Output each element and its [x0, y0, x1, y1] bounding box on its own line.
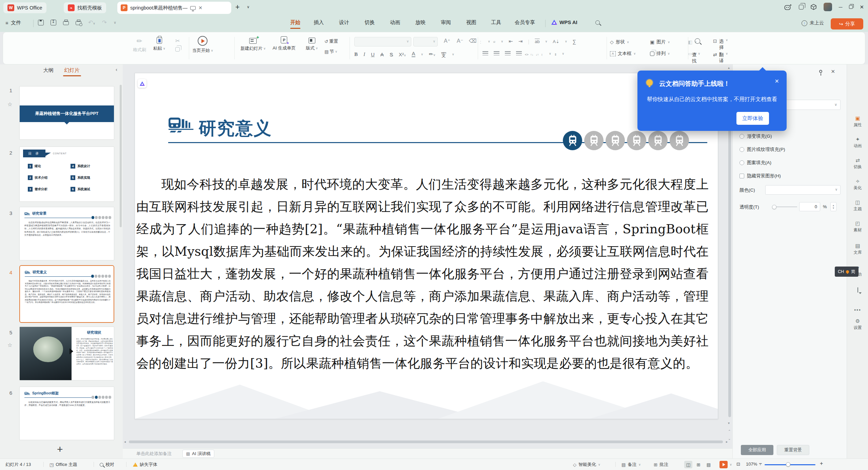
radio-icon[interactable] — [739, 147, 744, 152]
smart-beautify-button[interactable]: ◇ 智能美化∨ — [573, 462, 600, 468]
underline-button[interactable]: U — [371, 52, 375, 57]
strikethrough-button[interactable]: A — [380, 52, 384, 57]
font-color-button[interactable]: A — [412, 51, 415, 57]
popup-cta-button[interactable]: 立即体验 — [736, 112, 769, 125]
align-justify-button[interactable] — [516, 51, 522, 56]
proofing-button[interactable]: 校对 — [100, 462, 114, 468]
slide-thumbnail-1[interactable]: 果蔬种植销售一体化服务平台PPT — [19, 86, 114, 140]
gradient-fill-option[interactable]: 渐变填充(G) — [739, 133, 772, 139]
picture-button[interactable]: ▣ 图片∨ — [650, 39, 688, 45]
theme-indicator[interactable]: ◳ Office 主题 — [50, 462, 77, 468]
undo-icon[interactable]: ↶∨ — [88, 19, 95, 26]
reading-view-button[interactable]: ▤ — [705, 461, 713, 468]
comments-button[interactable]: ⊞ 批注 — [654, 462, 668, 468]
pinyin-guide-button[interactable]: wén文 — [441, 52, 446, 57]
slide-thumbnail-6[interactable]: SpringBoot框架 以框架特有自己编码的配置方式，网站开发人员不需要再进行… — [19, 387, 114, 440]
zoom-in-button[interactable]: + — [820, 461, 823, 467]
slide-body-text[interactable]: 现如今科技的卓越发展，时代环境的大变革。人们生活变得越来越多元化，这种多元化很大… — [136, 173, 709, 375]
superscript-button[interactable]: X²∨ — [399, 52, 406, 57]
notes-placeholder[interactable]: 单击此处添加备注 — [136, 451, 172, 457]
previous-slide-icon[interactable]: ⌃ — [728, 429, 731, 433]
quick-access-chevron-icon[interactable]: ∨ — [114, 20, 116, 25]
slide-thumbnail-3[interactable]: 研究背景 信息技术的集成化和信息网络化的不断发展，人类开始步入信息化时代，信息技… — [19, 207, 114, 260]
ribbon-tab-member[interactable]: 会员专享 — [515, 19, 535, 26]
strip-tab-material[interactable]: ◰ 素材 — [847, 220, 868, 233]
scroll-down-icon[interactable]: ▾ — [728, 421, 730, 425]
transparency-input[interactable]: 0 — [799, 202, 820, 211]
save-icon[interactable] — [38, 20, 44, 25]
slide-thumbnail-4-selected[interactable]: 研究意义 现如今科技的卓越发展，时代环境的大变革。人们生活变得越来越多元化，这种… — [19, 265, 114, 323]
wps-home-button[interactable]: W WPS Office — [3, 2, 46, 13]
apply-all-button[interactable]: 全部应用 — [741, 445, 773, 455]
redo-icon[interactable]: ↷ — [102, 19, 107, 26]
print-preview-icon[interactable] — [76, 21, 81, 25]
bold-button[interactable]: B — [354, 52, 358, 57]
share-button[interactable]: ↪ 分享 — [831, 18, 863, 30]
strip-tab-animation[interactable]: ✦ 动画 — [847, 136, 868, 149]
slideshow-play-button[interactable] — [719, 461, 728, 468]
scroll-up-icon[interactable]: ▴ — [728, 66, 730, 70]
text-direction-button[interactable]: A⇣ — [553, 39, 559, 44]
layout-button[interactable]: 版式∨ — [306, 37, 318, 51]
minimize-button[interactable]: ─ — [839, 4, 843, 10]
search-icon[interactable] — [595, 20, 600, 25]
textbox-button[interactable]: A 文本框∨ — [610, 51, 650, 57]
tab-outline[interactable]: 大纲 — [43, 67, 53, 73]
italic-button[interactable]: I — [363, 52, 365, 57]
strip-tab-settings[interactable]: ⚙ 设置 — [847, 318, 868, 331]
paste-button[interactable]: 粘贴∨ — [153, 36, 165, 52]
tab-slides[interactable]: 幻灯片 — [64, 67, 80, 73]
normal-view-button[interactable]: ◫ — [684, 461, 692, 468]
find-button[interactable]: 查找∨ — [692, 52, 700, 64]
file-menu-button[interactable]: ≡ 文件 — [5, 20, 21, 26]
ribbon-tab-view[interactable]: 视图 — [466, 19, 476, 26]
collapse-panel-icon[interactable]: ‹ — [116, 66, 117, 72]
slide-canvas[interactable]: 研究意义 现如今科技的卓越发展，时代环境的大变革。人们生活变得越来越多元化，这种… — [135, 73, 718, 419]
select-button[interactable]: ⊡ 选择∨ — [713, 38, 728, 51]
translate-button[interactable]: ⇄ 翻译∨ — [713, 52, 728, 64]
zoom-out-button[interactable]: − — [759, 461, 762, 467]
texture-fill-option[interactable]: 图片或纹理填充(P) — [739, 146, 785, 153]
strip-tab-library[interactable]: ▤ 文库 — [847, 243, 868, 255]
close-window-button[interactable]: ✕ — [860, 4, 864, 10]
sidebar-scrollbar[interactable] — [120, 85, 122, 227]
missing-font-warning[interactable]: 缺失字体 — [133, 462, 157, 468]
wps-ai-floating-icon[interactable] — [138, 79, 146, 88]
play-options-chevron-icon[interactable]: ∨ — [730, 463, 732, 466]
shapes-button[interactable]: ◇ 形状∨ — [610, 39, 650, 45]
horizontal-scrollbar[interactable]: ◂ ▸ — [123, 439, 732, 444]
print-icon[interactable] — [63, 21, 69, 25]
export-icon[interactable] — [51, 20, 56, 25]
slide-thumbnail-2[interactable]: 目 录 CONTENT 1绪论 2技术介绍 3需求分析 4系统设计 5系统实现 … — [19, 146, 114, 202]
slide-thumbnail-5[interactable]: 研究现状 如今，因为无线网相关技术的快速，尤其是在网上进行资源的上传下载、搜索浏… — [19, 327, 114, 380]
workspaces-icon[interactable] — [799, 5, 804, 9]
star-icon[interactable]: ☆ — [7, 101, 12, 107]
tab-docer-template[interactable]: ❧ 找稻壳模板 — [64, 2, 106, 13]
user-avatar[interactable] — [824, 3, 832, 11]
cut-icon[interactable]: ✂ — [175, 38, 180, 44]
align-center-button[interactable] — [494, 51, 499, 56]
clear-format-icon[interactable]: ⌫ — [469, 38, 477, 44]
play-from-current-button[interactable]: 当页开始∨ — [192, 36, 213, 54]
slide-sorter-view-button[interactable]: ⊞ — [694, 461, 703, 468]
zoom-slider-thumb[interactable] — [786, 462, 790, 467]
strip-tab-beautify[interactable]: ✧ 美化 — [847, 178, 868, 191]
tab-list-chevron-icon[interactable]: ∨ — [247, 5, 250, 9]
fit-to-window-button[interactable]: ⊡ — [736, 462, 740, 467]
pin-icon[interactable] — [819, 70, 822, 73]
ribbon-tab-insert[interactable]: 插入 — [314, 19, 324, 26]
ribbon-tab-slideshow[interactable]: 放映 — [415, 19, 426, 26]
add-slide-button[interactable]: + — [57, 444, 63, 455]
notes-button[interactable]: ▤ 备注∨ — [622, 462, 641, 468]
more-options-icon[interactable]: ••• — [847, 307, 868, 313]
ai-speech-button[interactable]: ▤ AI 演讲稿 — [182, 450, 214, 458]
new-slide-button[interactable]: 新建幻灯片∨ — [240, 37, 266, 52]
strip-tab-theme[interactable]: ◫ 主题 — [847, 199, 868, 212]
popup-close-icon[interactable]: ✕ — [775, 78, 779, 84]
copy-icon[interactable] — [175, 47, 180, 52]
symbol-formula-icon[interactable]: ∑ — [572, 39, 576, 44]
ribbon-tab-home[interactable]: 开始 — [290, 19, 300, 26]
ribbon-tab-animation[interactable]: 动画 — [390, 19, 400, 26]
slide-title[interactable]: 研究意义 — [199, 117, 272, 140]
strip-tab-comment[interactable] — [847, 288, 868, 292]
